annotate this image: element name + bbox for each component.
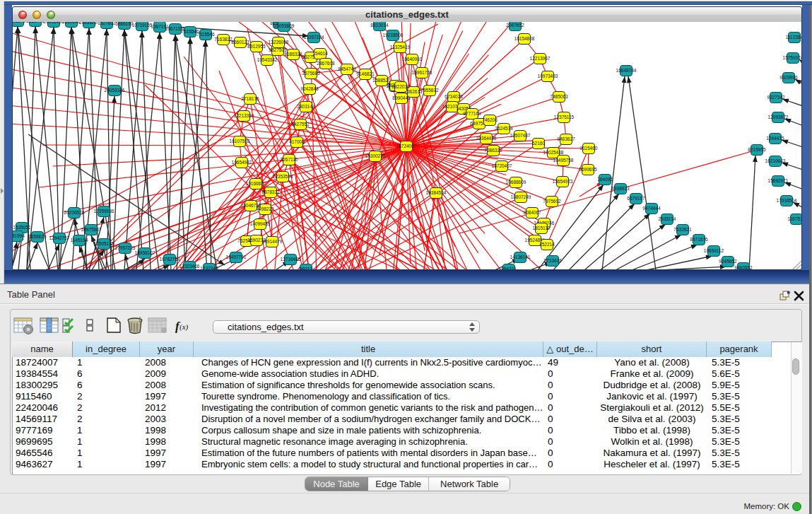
svg-text:16648784: 16648784 — [616, 68, 637, 73]
svg-text:154614: 154614 — [312, 51, 328, 56]
svg-text:10958107: 10958107 — [135, 250, 155, 255]
svg-text:10973493: 10973493 — [538, 74, 558, 78]
svg-text:7163822: 7163822 — [214, 37, 233, 42]
svg-text:14136141: 14136141 — [510, 255, 531, 259]
svg-text:(x): (x) — [180, 322, 189, 332]
svg-text:2087652: 2087652 — [506, 23, 524, 28]
svg-text:13357224: 13357224 — [304, 35, 324, 40]
svg-text:16107553: 16107553 — [230, 139, 250, 144]
svg-text:9329996: 9329996 — [779, 75, 798, 80]
svg-text:17359936: 17359936 — [94, 209, 114, 214]
svg-text:164095: 164095 — [597, 177, 613, 182]
svg-text:20206576: 20206576 — [64, 210, 85, 215]
svg-text:9227342: 9227342 — [767, 95, 785, 100]
svg-text:20053346: 20053346 — [105, 88, 125, 93]
svg-text:7955812: 7955812 — [420, 88, 439, 93]
svg-text:8938923: 8938923 — [611, 186, 630, 191]
svg-text:18457791: 18457791 — [226, 255, 247, 259]
svg-text:16053809: 16053809 — [274, 23, 295, 28]
svg-text:12942757: 12942757 — [49, 235, 70, 240]
svg-text:19166827: 19166827 — [246, 181, 266, 186]
svg-text:2803144: 2803144 — [297, 104, 315, 109]
svg-text:1112384: 1112384 — [786, 35, 801, 40]
svg-text:9245652: 9245652 — [719, 259, 737, 264]
svg-text:12505135: 12505135 — [94, 241, 114, 246]
svg-text:8822030: 8822030 — [392, 84, 410, 89]
svg-text:7975692: 7975692 — [543, 199, 561, 204]
svg-text:252214: 252214 — [539, 242, 555, 247]
svg-text:417006: 417006 — [289, 139, 305, 144]
svg-text:8813014: 8813014 — [370, 23, 389, 28]
svg-text:12375115: 12375115 — [554, 115, 575, 119]
svg-text:13654923: 13654923 — [553, 179, 573, 184]
svg-text:8186328: 8186328 — [284, 52, 302, 57]
svg-text:12093872: 12093872 — [768, 115, 789, 119]
svg-text:19654987: 19654987 — [232, 160, 252, 165]
svg-text:8471676: 8471676 — [690, 237, 708, 242]
svg-text:1527602: 1527602 — [98, 22, 116, 25]
svg-text:18807249: 18807249 — [511, 194, 531, 199]
svg-text:62160: 62160 — [532, 141, 545, 146]
svg-text:13716485: 13716485 — [281, 257, 301, 262]
svg-text:1145194: 1145194 — [71, 238, 88, 243]
svg-text:15300275: 15300275 — [365, 153, 386, 158]
svg-text:7515546: 7515546 — [196, 32, 215, 37]
svg-text:7386322: 7386322 — [484, 148, 502, 153]
svg-text:15720407: 15720407 — [492, 163, 512, 168]
svg-text:3624534: 3624534 — [495, 126, 513, 131]
svg-text:3675685: 3675685 — [302, 71, 320, 76]
svg-text:9084067: 9084067 — [523, 210, 541, 215]
svg-text:1167534: 1167534 — [788, 216, 801, 221]
svg-text:9699695: 9699695 — [579, 167, 597, 172]
svg-text:1535051: 1535051 — [13, 225, 31, 230]
svg-text:9474444: 9474444 — [642, 206, 661, 211]
svg-text:10975887: 10975887 — [81, 227, 102, 232]
svg-text:16046738: 16046738 — [241, 203, 261, 208]
svg-text:20364436: 20364436 — [476, 136, 497, 141]
svg-text:746206: 746206 — [482, 117, 498, 122]
svg-text:10543342: 10543342 — [257, 57, 278, 62]
svg-text:11325419: 11325419 — [390, 45, 411, 49]
svg-text:20691406: 20691406 — [44, 22, 64, 24]
svg-text:1733426: 1733426 — [543, 258, 562, 263]
svg-text:18724007: 18724007 — [396, 144, 417, 148]
svg-text:19384554: 19384554 — [426, 190, 447, 195]
svg-text:13226058: 13226058 — [269, 40, 289, 45]
svg-text:19218506: 19218506 — [383, 33, 404, 37]
svg-text:2363771: 2363771 — [26, 22, 45, 23]
svg-text:1815112: 1815112 — [533, 226, 551, 230]
svg-text:9115460: 9115460 — [580, 146, 598, 151]
svg-text:15692971: 15692971 — [768, 178, 789, 183]
svg-text:1362615: 1362615 — [404, 89, 423, 94]
svg-text:12323466: 12323466 — [180, 264, 200, 269]
svg-text:8427552: 8427552 — [291, 122, 310, 127]
svg-text:10653267: 10653267 — [79, 22, 100, 25]
svg-text:1156829: 1156829 — [29, 234, 47, 239]
svg-text:16154808: 16154808 — [514, 36, 535, 41]
svg-text:6679197: 6679197 — [627, 196, 645, 201]
svg-text:8878332: 8878332 — [261, 189, 280, 194]
svg-text:15751074: 15751074 — [783, 55, 801, 60]
svg-text:6734028: 6734028 — [445, 94, 463, 99]
svg-text:14099489: 14099489 — [250, 221, 271, 226]
svg-text:8912955: 8912955 — [247, 44, 266, 49]
svg-text:9777169: 9777169 — [463, 111, 481, 116]
svg-text:1244415: 1244415 — [766, 136, 784, 141]
svg-text:10688609: 10688609 — [506, 180, 526, 185]
svg-text:3267110: 3267110 — [281, 157, 298, 162]
svg-text:1690233: 1690233 — [247, 238, 266, 243]
svg-text:12213369: 12213369 — [234, 113, 254, 118]
svg-text:7485063: 7485063 — [550, 94, 568, 99]
svg-text:9460552: 9460552 — [734, 265, 753, 270]
svg-text:2935114: 2935114 — [659, 216, 676, 221]
svg-text:13495758: 13495758 — [553, 158, 574, 163]
svg-text:16640910: 16640910 — [402, 57, 423, 62]
svg-text:7632621: 7632621 — [673, 227, 692, 232]
svg-text:9146821: 9146821 — [356, 71, 375, 76]
svg-text:12353594: 12353594 — [273, 174, 293, 179]
svg-text:10654112: 10654112 — [704, 248, 724, 253]
svg-text:1650548: 1650548 — [62, 22, 81, 24]
svg-text:6866160: 6866160 — [115, 22, 134, 26]
svg-text:12213967: 12213967 — [530, 56, 551, 61]
svg-text:17957225: 17957225 — [115, 245, 136, 250]
